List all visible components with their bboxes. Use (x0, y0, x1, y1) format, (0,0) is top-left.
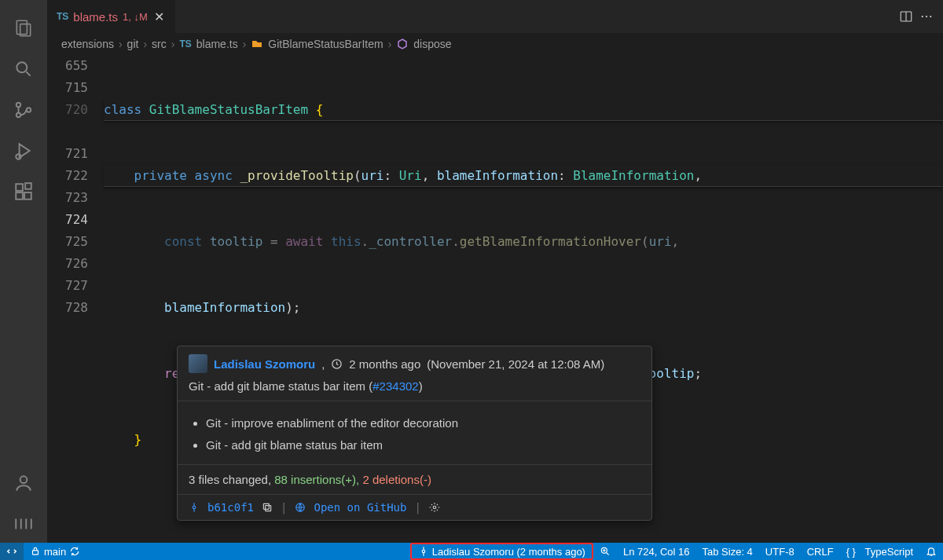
svg-point-24 (193, 506, 196, 509)
breadcrumb-segment[interactable]: git (127, 38, 139, 50)
activity-bar (0, 0, 47, 543)
svg-rect-28 (263, 503, 269, 509)
commit-title: Git - add git blame status bar item ( (189, 379, 372, 393)
svg-point-20 (922, 16, 923, 17)
account-icon[interactable] (5, 464, 42, 502)
svg-line-36 (607, 553, 609, 555)
svg-rect-31 (33, 551, 39, 555)
remote-indicator[interactable] (0, 543, 24, 560)
typescript-file-icon: TS (179, 38, 191, 49)
svg-point-2 (17, 62, 27, 72)
explorer-icon[interactable] (5, 9, 42, 47)
gear-icon[interactable] (429, 502, 440, 513)
issue-link[interactable]: #234302 (372, 379, 418, 393)
cursor-position-status-item[interactable]: Ln 724, Col 16 (617, 543, 696, 560)
copy-icon[interactable] (262, 502, 273, 513)
svg-rect-12 (25, 183, 31, 189)
git-commit-icon[interactable] (189, 502, 200, 513)
svg-rect-10 (16, 192, 23, 199)
notifications-icon[interactable] (919, 543, 943, 560)
svg-rect-9 (16, 184, 23, 191)
avatar (189, 354, 207, 373)
class-symbol-icon (251, 38, 263, 50)
svg-point-4 (17, 103, 20, 107)
chevron-right-icon: › (119, 38, 123, 50)
svg-rect-27 (266, 506, 271, 511)
chevron-right-icon: › (388, 38, 392, 50)
editor-group: TS blame.ts 1, ↓M ✕ extensions › git › s… (47, 0, 943, 543)
breadcrumb-segment[interactable]: dispose (413, 38, 451, 50)
status-bar: main Ladislau Szomoru (2 months ago) Ln … (0, 543, 943, 560)
source-control-icon[interactable] (5, 91, 42, 129)
commit-bullet: Git - add git blame status bar item (206, 434, 640, 456)
deletions-count: 2 deletions(-) (362, 473, 431, 486)
extensions-icon[interactable] (5, 173, 42, 210)
zoom-status-item[interactable] (593, 543, 617, 560)
git-blame-hover: Ladislau Szomoru, 2 months ago (November… (177, 346, 652, 521)
commit-hash-link[interactable]: b61c0f1 (207, 501, 254, 514)
tab-size-status-item[interactable]: Tab Size: 4 (696, 543, 759, 560)
timestamp: (November 21, 2024 at 12:08 AM) (427, 357, 604, 371)
breadcrumb-segment[interactable]: extensions (61, 38, 114, 50)
svg-point-22 (930, 16, 931, 17)
history-icon (331, 358, 343, 370)
encoding-status-item[interactable]: UTF-8 (759, 543, 801, 560)
breadcrumb-segment[interactable]: GitBlameStatusBarItem (268, 38, 383, 50)
language-status-item[interactable]: { } TypeScript (840, 543, 919, 560)
svg-point-32 (422, 550, 425, 553)
close-icon[interactable]: ✕ (152, 9, 166, 24)
run-debug-icon[interactable] (5, 132, 42, 170)
globe-icon[interactable] (295, 502, 306, 513)
chevron-right-icon: › (243, 38, 247, 50)
svg-rect-0 (17, 20, 27, 34)
search-icon[interactable] (5, 50, 42, 88)
time-ago: 2 months ago (349, 357, 420, 371)
tab-blame-ts[interactable]: TS blame.ts 1, ↓M ✕ (47, 0, 176, 33)
breadcrumb[interactable]: extensions › git › src › TS blame.ts › G… (47, 33, 943, 55)
more-actions-icon[interactable] (919, 9, 934, 24)
svg-rect-11 (24, 192, 31, 199)
typescript-file-icon: TS (57, 11, 68, 22)
svg-point-30 (433, 506, 436, 509)
git-blame-status-item[interactable]: Ladislau Szomoru (2 months ago) (410, 543, 593, 560)
svg-line-3 (26, 71, 30, 75)
insertions-count: 88 insertions(+), (274, 473, 359, 486)
svg-point-13 (20, 476, 28, 483)
author-link[interactable]: Ladislau Szomoru (214, 357, 315, 371)
svg-point-6 (27, 108, 31, 112)
branch-status-item[interactable]: main (24, 543, 86, 560)
tab-filename: blame.ts (73, 10, 118, 24)
line-number-gutter: 655 715 720 721 722 723 724 725 726 727 … (47, 55, 104, 543)
svg-point-21 (926, 16, 927, 17)
tab-bar: TS blame.ts 1, ↓M ✕ (47, 0, 943, 33)
eol-status-item[interactable]: CRLF (801, 543, 840, 560)
chevron-right-icon: › (171, 38, 175, 50)
chevron-right-icon: › (143, 38, 147, 50)
tab-modified-indicator: 1, ↓M (123, 11, 148, 23)
svg-point-5 (17, 113, 20, 117)
commit-bullet: Git - improve enabliment of the editor d… (206, 412, 640, 434)
breadcrumb-segment[interactable]: src (152, 38, 167, 50)
breadcrumb-segment[interactable]: blame.ts (196, 38, 238, 50)
method-symbol-icon (396, 38, 409, 50)
files-changed: 3 files changed, (189, 473, 271, 486)
split-editor-icon[interactable] (899, 9, 913, 24)
open-on-github-link[interactable]: Open on GitHub (314, 501, 406, 514)
settings-icon[interactable] (5, 505, 42, 543)
